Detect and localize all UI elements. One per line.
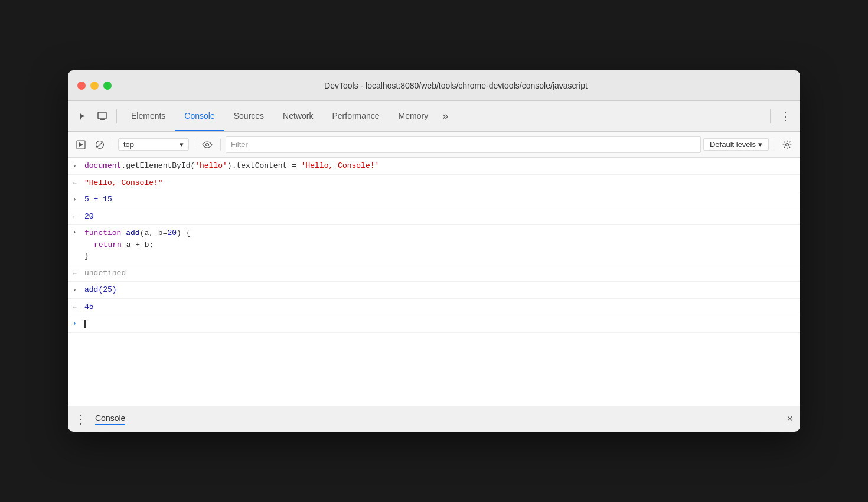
window-title: DevTools - localhost:8080/web/tools/chro…	[121, 81, 791, 90]
cursor-icon[interactable]	[73, 107, 92, 126]
console-entry: "Hello, Console!"	[84, 177, 795, 189]
chevron-down-icon: ▾	[180, 140, 184, 149]
console-line: ← 20	[68, 208, 800, 226]
filter-input[interactable]	[226, 136, 701, 153]
console-line: ← 45	[68, 299, 800, 316]
console-separator-3	[220, 139, 221, 151]
svg-point-8	[786, 143, 789, 146]
console-line: › 5 + 15	[68, 191, 800, 208]
console-entry: 45	[84, 301, 795, 313]
console-toolbar: top ▾ Default levels ▾	[68, 132, 800, 158]
tab-network[interactable]: Network	[273, 101, 322, 131]
console-entry: function add(a, b=20) { return a + b; }	[84, 227, 795, 262]
svg-line-6	[97, 142, 103, 148]
console-input-line[interactable]: ›	[68, 315, 800, 333]
settings-icon[interactable]	[779, 136, 795, 153]
console-line: › add(25)	[68, 282, 800, 299]
console-line: ← "Hello, Console!"	[68, 175, 800, 192]
console-separator-4	[774, 139, 774, 151]
maximize-button[interactable]	[103, 82, 112, 90]
bottom-bar-title: Console	[95, 413, 125, 425]
more-options-icon[interactable]: ⋮	[775, 107, 795, 125]
tab-performance[interactable]: Performance	[322, 101, 389, 131]
output-arrow: ←	[73, 177, 84, 188]
console-separator	[113, 139, 113, 151]
console-active-input[interactable]	[84, 318, 795, 330]
close-button[interactable]	[77, 82, 86, 90]
console-output: › document.getElementById('hello').textC…	[68, 158, 800, 406]
minimize-button[interactable]	[90, 82, 99, 90]
tab-memory[interactable]: Memory	[389, 101, 438, 131]
main-toolbar: Elements Console Sources Network Perform…	[68, 101, 800, 132]
console-entry: add(25)	[84, 284, 795, 296]
input-arrow[interactable]: ›	[73, 284, 84, 295]
svg-marker-4	[79, 142, 83, 147]
output-arrow: ←	[73, 211, 84, 222]
console-separator-2	[194, 139, 194, 151]
bottom-bar: ⋮ Console ×	[68, 406, 800, 432]
console-entry: 20	[84, 211, 795, 223]
console-line: › document.getElementById('hello').textC…	[68, 158, 800, 175]
input-arrow[interactable]: ›	[73, 227, 84, 237]
traffic-lights	[77, 82, 112, 90]
console-entry: 5 + 15	[84, 194, 795, 206]
tab-navigation: Elements Console Sources Network Perform…	[122, 101, 765, 131]
svg-rect-2	[102, 119, 103, 120]
console-entry: undefined	[84, 268, 795, 279]
log-levels-button[interactable]: Default levels ▾	[703, 138, 769, 151]
title-bar: DevTools - localhost:8080/web/tools/chro…	[68, 70, 800, 101]
toolbar-separator-2	[770, 109, 771, 123]
toolbar-separator	[116, 109, 117, 123]
execute-icon[interactable]	[73, 136, 89, 153]
bottom-bar-menu-icon[interactable]: ⋮	[75, 412, 88, 426]
context-selector[interactable]: top ▾	[118, 138, 189, 151]
tab-sources[interactable]: Sources	[224, 101, 273, 131]
levels-chevron-icon: ▾	[758, 140, 762, 149]
console-entry: document.getElementById('hello').textCon…	[84, 160, 795, 172]
output-arrow: ←	[73, 301, 84, 312]
inspect-icon[interactable]	[93, 107, 112, 126]
tab-more[interactable]: »	[438, 110, 453, 122]
eye-icon[interactable]	[199, 136, 216, 153]
svg-rect-0	[98, 112, 106, 119]
input-arrow[interactable]: ›	[73, 318, 84, 329]
clear-icon[interactable]	[92, 136, 108, 153]
cursor	[84, 320, 86, 328]
output-arrow: ←	[73, 268, 84, 279]
devtools-window: DevTools - localhost:8080/web/tools/chro…	[68, 70, 800, 432]
close-panel-icon[interactable]: ×	[787, 413, 793, 425]
input-arrow[interactable]: ›	[73, 160, 84, 171]
input-arrow[interactable]: ›	[73, 194, 84, 205]
svg-point-7	[206, 143, 209, 146]
tab-console[interactable]: Console	[175, 101, 224, 131]
tab-elements[interactable]: Elements	[122, 101, 175, 131]
console-line: ← undefined	[68, 265, 800, 282]
console-line: › function add(a, b=20) { return a + b; …	[68, 225, 800, 265]
